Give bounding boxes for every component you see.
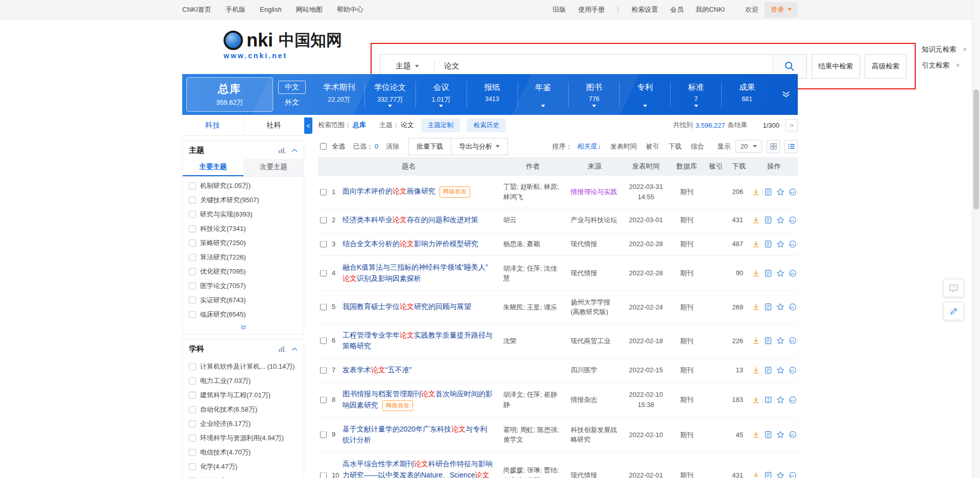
source-link[interactable]: 现代情报 <box>567 470 623 478</box>
topbar-link-r4[interactable]: 会员 <box>670 5 683 14</box>
filter-item[interactable]: 实证研究(6743) <box>183 293 304 307</box>
read-html-icon[interactable] <box>764 269 772 277</box>
nav-category-4[interactable]: 年鉴 <box>518 82 569 107</box>
search-field-selector[interactable]: 主题 <box>380 61 434 71</box>
checkbox[interactable] <box>189 363 196 370</box>
download-icon[interactable] <box>752 366 760 374</box>
row-checkbox[interactable] <box>320 396 327 403</box>
read-html-icon[interactable] <box>764 188 772 196</box>
result-title-link[interactable]: 面向学术评价的论文画像研究 <box>342 187 435 195</box>
favorite-icon[interactable] <box>776 396 785 404</box>
collapse-panel-icon[interactable] <box>291 347 298 351</box>
filter-item[interactable]: 关键技术研究(9507) <box>183 193 304 207</box>
filter-item[interactable]: 策略研究(7250) <box>183 236 304 250</box>
row-checkbox[interactable] <box>320 188 327 195</box>
scope-value-link[interactable]: 总库 <box>353 121 366 130</box>
authors[interactable]: 朱晓民; 王坚; 谭乐 <box>499 302 567 313</box>
nav-category-7[interactable]: 标准7 <box>670 82 721 107</box>
clear-selection-button[interactable]: 清除 <box>386 142 399 151</box>
bar-chart-icon[interactable] <box>278 147 286 154</box>
download-icon[interactable] <box>752 337 760 345</box>
grid-view-button[interactable] <box>767 140 780 153</box>
sidebar-tab-social[interactable]: 社科 <box>243 115 304 135</box>
topbar-link-3[interactable]: 网站地图 <box>296 5 323 14</box>
result-title-link[interactable]: 经济类本科毕业论文存在的问题和改进对策 <box>342 216 478 224</box>
nav-category-3[interactable]: 报纸3413 <box>467 82 518 107</box>
feedback-button[interactable]: ? <box>943 279 964 297</box>
filter-item[interactable]: 环境科学与资源利用(4.94万) <box>183 431 304 445</box>
favorite-icon[interactable] <box>776 188 785 196</box>
download-icon[interactable] <box>752 303 760 311</box>
cite-icon[interactable] <box>789 269 797 277</box>
topbar-link-2[interactable]: English <box>260 6 282 13</box>
result-title-link[interactable]: 图书情报与档案管理期刊论文首次响应时间的影响因素研究 <box>342 390 493 409</box>
nav-category-6[interactable]: 专利 <box>619 82 670 107</box>
bar-chart-icon[interactable] <box>278 346 286 352</box>
result-title-link[interactable]: 基于文献计量学的2020年广东科技论文与专利统计分析 <box>342 425 487 444</box>
cite-icon[interactable] <box>789 188 797 196</box>
citation-search-link[interactable]: 引文检索 > <box>922 61 966 70</box>
checkbox[interactable] <box>189 377 196 385</box>
cite-icon[interactable] <box>789 240 797 248</box>
read-html-icon[interactable] <box>764 216 772 224</box>
expand-more-icon[interactable] <box>183 323 304 334</box>
download-icon[interactable] <box>752 188 760 196</box>
result-title-link[interactable]: 融合K值算法与三指标的神经科学领域“睡美人”论文识别及影响因素探析 <box>342 263 488 282</box>
nav-category-2[interactable]: 会议1.01万 <box>415 82 467 107</box>
filter-item[interactable]: 化学(4.47万) <box>183 460 304 474</box>
nav-category-5[interactable]: 图书776 <box>568 82 619 107</box>
filter-item[interactable]: 电信技术(4.70万) <box>183 445 304 460</box>
favorite-icon[interactable] <box>776 366 785 374</box>
nav-category-1[interactable]: 学位论文332.77万 <box>364 82 415 107</box>
batch-download-button[interactable]: 批量下载 <box>408 138 451 155</box>
topic-customize-chip[interactable]: 主题定制 <box>421 118 460 132</box>
sidebar-tab-scitech[interactable]: 科技 <box>182 115 243 135</box>
column-header-authors[interactable]: 作者 <box>499 162 567 171</box>
cnki-logo[interactable]: nki 中国知网 www.cnki.net <box>224 30 342 60</box>
filter-item[interactable]: 计算机软件及计算机... (10.14万) <box>183 360 304 374</box>
checkbox[interactable] <box>189 420 196 427</box>
column-header-database[interactable]: 数据库 <box>669 162 704 171</box>
row-checkbox[interactable] <box>320 432 327 438</box>
search-input[interactable] <box>435 62 772 70</box>
select-all[interactable]: 全选 <box>318 141 345 151</box>
total-library-tab[interactable]: 总库 359.62万 <box>186 77 273 112</box>
cite-icon[interactable] <box>789 471 797 478</box>
checkbox[interactable] <box>189 197 196 204</box>
favorite-icon[interactable] <box>776 303 785 311</box>
search-in-results-button[interactable]: 结果中检索 <box>812 54 861 79</box>
source-link[interactable]: 四川医学 <box>567 365 623 375</box>
row-checkbox[interactable] <box>320 270 327 277</box>
cite-icon[interactable] <box>789 216 797 224</box>
checkbox[interactable] <box>189 282 196 290</box>
sidebar-collapse-button[interactable]: < <box>304 117 312 134</box>
sort-option-3[interactable]: 下载 <box>669 142 682 151</box>
row-checkbox[interactable] <box>320 304 327 310</box>
read-html-icon[interactable] <box>764 337 772 345</box>
list-view-button[interactable] <box>785 140 798 153</box>
row-checkbox[interactable] <box>320 367 327 373</box>
sort-option-1[interactable]: 发表时间 <box>610 142 637 151</box>
authors[interactable]: 胡云 <box>499 215 567 225</box>
download-icon[interactable] <box>752 216 760 224</box>
select-all-checkbox[interactable] <box>320 143 327 150</box>
export-analyze-button[interactable]: 导出与分析 <box>451 138 508 155</box>
knowledge-element-search-link[interactable]: 知识元检索 > <box>922 45 966 54</box>
topbar-link-0[interactable]: CNKI首页 <box>182 5 211 14</box>
filter-item[interactable]: 优化研究(7095) <box>183 265 304 279</box>
source-link[interactable]: 扬州大学学报(高教研究版) <box>567 297 623 317</box>
tab-secondary-topics[interactable]: 次要主题 <box>243 159 304 176</box>
tab-main-topics[interactable]: 主要主题 <box>183 159 243 176</box>
source-link[interactable]: 现代情报 <box>567 239 623 249</box>
cite-icon[interactable] <box>789 303 797 311</box>
download-icon[interactable] <box>752 431 760 439</box>
row-checkbox[interactable] <box>320 338 327 344</box>
topbar-link-r3[interactable]: 检索设置 <box>631 5 658 14</box>
checkbox[interactable] <box>189 449 196 456</box>
advanced-search-button[interactable]: 高级检索 <box>865 54 906 79</box>
download-icon[interactable] <box>752 269 760 277</box>
edit-button[interactable] <box>943 302 964 320</box>
checkbox[interactable] <box>189 297 196 304</box>
download-icon[interactable] <box>752 240 760 248</box>
favorite-icon[interactable] <box>776 337 785 345</box>
